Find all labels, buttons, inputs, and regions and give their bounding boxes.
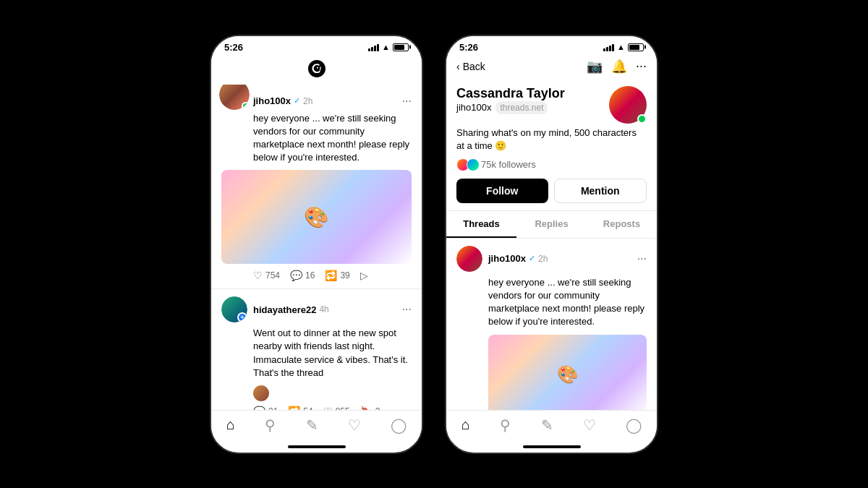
- profile-post-1-header: jiho100x ✓ 2h ···: [456, 246, 647, 272]
- profile-post-1-time: 2h: [538, 254, 548, 264]
- repost-count-1: 39: [340, 270, 349, 281]
- profile-post-1-image: 🎨: [488, 335, 647, 410]
- signal-bar: [374, 46, 376, 51]
- profile-post-1-user-info: jiho100x ✓ 2h: [456, 246, 548, 272]
- instagram-icon[interactable]: 📷: [587, 59, 603, 74]
- signal-bar: [609, 46, 611, 51]
- signal-bar: [606, 47, 608, 51]
- signal-bar: [612, 44, 614, 51]
- signal-bar: [377, 44, 379, 51]
- signal-bars-2: [603, 43, 614, 51]
- profile-tabs: Threads Replies Reposts: [446, 211, 657, 239]
- tab-reposts-label: Reposts: [603, 218, 640, 229]
- profile-domain: threads.net: [495, 101, 548, 114]
- profile-avatar-wrapper: [609, 86, 647, 124]
- nav-home-2[interactable]: ⌂: [461, 416, 470, 433]
- profile-bio: Sharing what's on my mind, 500 character…: [456, 127, 647, 153]
- post-1-user-info: jiho100x ✓ 2h: [253, 95, 312, 106]
- profile-action-buttons: Follow Mention: [456, 179, 647, 203]
- tab-threads[interactable]: Threads: [446, 211, 516, 238]
- profile-icon-1: ◯: [391, 416, 407, 434]
- more-button-1[interactable]: ···: [402, 95, 412, 108]
- threads-logo-icon: [307, 59, 327, 79]
- heart-nav-icon-1: ♡: [348, 416, 361, 434]
- nav-compose-1[interactable]: ✎: [306, 416, 318, 434]
- post-1-time: 2h: [303, 96, 312, 106]
- like-count-1: 754: [265, 270, 280, 281]
- nav-search-1[interactable]: ⚲: [265, 416, 276, 434]
- chevron-left-icon: ‹: [456, 61, 460, 72]
- tab-replies[interactable]: Replies: [516, 211, 587, 238]
- profile-craft-image: 🎨: [488, 335, 647, 410]
- search-icon-2: ⚲: [500, 416, 511, 434]
- reply-mini-avatar: [253, 385, 269, 401]
- signal-bars-1: [368, 43, 379, 51]
- feed-scroll-1: jiho100x ✓ 2h ··· hey everyone ... we're…: [211, 85, 422, 410]
- profile-online-indicator: [637, 114, 647, 124]
- battery-fill-1: [394, 45, 404, 50]
- status-time-2: 5:26: [459, 42, 478, 53]
- comment-icon-1: 💬: [290, 270, 302, 281]
- post-1: jiho100x ✓ 2h ··· hey everyone ... we're…: [211, 85, 422, 290]
- post-2-time: 4h: [319, 304, 328, 314]
- battery-fill-2: [629, 45, 639, 50]
- post-1-image: 🎨: [221, 170, 412, 264]
- profile-feed: jiho100x ✓ 2h ··· hey everyone ... we're…: [446, 239, 657, 410]
- profile-post-1-avatar-img: [456, 246, 482, 272]
- follower-avatars: [456, 158, 477, 171]
- home-indicator-1: [288, 445, 346, 448]
- post-2-header: + hidayathere22 4h ···: [221, 296, 412, 322]
- nav-search-2[interactable]: ⚲: [500, 416, 511, 434]
- followers-row: 75k followers: [456, 158, 647, 171]
- heart-icon-1: ♡: [253, 270, 263, 281]
- like-button-1[interactable]: ♡ 754: [253, 270, 280, 281]
- signal-bar: [371, 47, 373, 51]
- nav-compose-2[interactable]: ✎: [541, 416, 553, 434]
- nav-profile-1[interactable]: ◯: [391, 416, 407, 434]
- share-button-1[interactable]: ▷: [360, 270, 368, 281]
- post-2-user-info: + hidayathere22 4h: [221, 296, 329, 322]
- back-button[interactable]: ‹ Back: [456, 61, 485, 72]
- bottom-nav-2: ⌂ ⚲ ✎ ♡ ◯: [446, 410, 657, 442]
- status-icons-2: ▲: [603, 43, 644, 51]
- header-icons: 📷 🔔 ···: [587, 59, 647, 74]
- more-options-icon[interactable]: ···: [636, 59, 647, 74]
- repost-button-1[interactable]: 🔁 39: [325, 270, 349, 281]
- notification-icon[interactable]: 🔔: [611, 59, 627, 74]
- profile-post-1-meta: jiho100x ✓ 2h: [488, 253, 548, 264]
- wifi-icon-1: ▲: [382, 43, 390, 51]
- nav-home-1[interactable]: ⌂: [226, 416, 235, 433]
- nav-likes-1[interactable]: ♡: [348, 416, 361, 434]
- mention-button[interactable]: Mention: [554, 179, 647, 203]
- tab-reposts[interactable]: Reposts: [587, 211, 657, 238]
- floating-avatar: [217, 85, 252, 112]
- profile-post-1-username: jiho100x: [488, 253, 526, 264]
- profile-post-1-avatar: [456, 246, 482, 272]
- comment-button-1[interactable]: 💬 16: [290, 270, 315, 281]
- post-2: + hidayathere22 4h ··· Went out to dinne…: [211, 289, 422, 409]
- home-indicator-2: [523, 445, 581, 448]
- profile-post-1-username-row: jiho100x ✓ 2h: [488, 253, 548, 264]
- battery-icon-2: [628, 43, 644, 51]
- profile-top: Cassandra Taylor jiho100x threads.net: [456, 86, 647, 124]
- online-indicator: [242, 102, 250, 110]
- phones-container: 5:26 ▲: [210, 35, 658, 454]
- nav-likes-2[interactable]: ♡: [583, 416, 596, 434]
- wifi-icon-2: ▲: [617, 43, 625, 51]
- verified-icon-1: ✓: [294, 96, 300, 106]
- more-button-2[interactable]: ···: [402, 303, 412, 316]
- profile-username-row: jiho100x threads.net: [456, 101, 565, 114]
- compose-icon-2: ✎: [541, 416, 553, 434]
- profile-username: jiho100x: [456, 102, 491, 113]
- status-bar-1: 5:26 ▲: [211, 36, 422, 56]
- share-icon-1: ▷: [360, 270, 368, 281]
- nav-profile-2[interactable]: ◯: [626, 416, 642, 434]
- follow-indicator-2: +: [237, 312, 247, 322]
- profile-more-button-1[interactable]: ···: [637, 252, 647, 265]
- phone-feed: 5:26 ▲: [210, 35, 423, 454]
- craft-image-placeholder: 🎨: [221, 170, 412, 264]
- follow-button[interactable]: Follow: [456, 179, 548, 203]
- reply-avatar-row: [221, 385, 412, 401]
- repost-icon-1: 🔁: [325, 270, 337, 281]
- profile-icon-2: ◯: [626, 416, 642, 434]
